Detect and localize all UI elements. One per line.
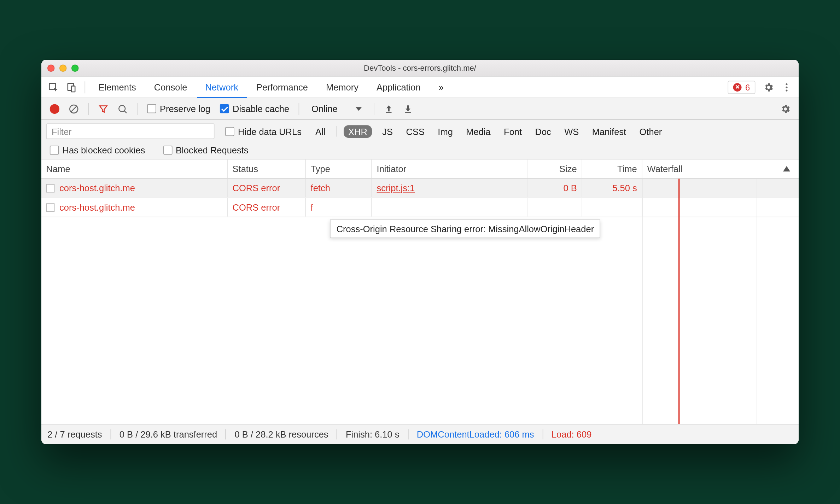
request-status: CORS error: [228, 179, 306, 198]
network-settings-icon[interactable]: [777, 100, 794, 117]
filter-type-doc[interactable]: Doc: [532, 125, 554, 137]
status-requests: 2 / 7 requests: [47, 429, 111, 440]
error-count: 6: [745, 82, 750, 92]
filter-icon[interactable]: [95, 100, 112, 117]
tab-performance[interactable]: Performance: [248, 76, 316, 98]
device-toggle-icon[interactable]: [63, 79, 80, 96]
download-har-icon[interactable]: [399, 100, 416, 117]
hide-data-urls-checkbox[interactable]: Hide data URLs: [222, 126, 305, 136]
filter-type-img[interactable]: Img: [435, 125, 456, 137]
disable-cache-checkbox[interactable]: Disable cache: [216, 104, 293, 114]
table-row[interactable]: cors-host.glitch.me CORS error fetch scr…: [41, 179, 799, 198]
svg-point-5: [786, 89, 787, 91]
col-header-type[interactable]: Type: [306, 159, 372, 178]
main-tabs: Elements Console Network Performance Mem…: [41, 77, 799, 98]
request-type: fetch: [306, 179, 372, 198]
network-table: Name Status Type Initiator Size Time Wat…: [41, 159, 799, 424]
throttling-select[interactable]: Online: [305, 104, 368, 114]
svg-line-7: [71, 106, 77, 112]
upload-har-icon[interactable]: [380, 100, 397, 117]
filter-type-manifest[interactable]: Manifest: [589, 125, 629, 137]
tab-application[interactable]: Application: [368, 76, 429, 98]
svg-point-8: [119, 105, 125, 111]
col-header-waterfall[interactable]: Waterfall: [642, 159, 799, 178]
filter-type-font[interactable]: Font: [501, 125, 525, 137]
status-resources: 0 B / 28.2 kB resources: [226, 429, 337, 440]
window-controls: [41, 64, 78, 71]
tab-elements[interactable]: Elements: [90, 76, 145, 98]
tabs-overflow[interactable]: »: [430, 76, 452, 98]
minimize-window-button[interactable]: [59, 64, 66, 71]
svg-line-9: [124, 111, 127, 113]
separator: [84, 81, 85, 93]
request-type: f: [306, 198, 372, 217]
kebab-menu-icon[interactable]: [778, 79, 795, 96]
tab-network[interactable]: Network: [197, 76, 247, 98]
status-load: Load: 609: [543, 429, 600, 440]
close-window-button[interactable]: [47, 64, 54, 71]
status-tooltip: Cross-Origin Resource Sharing error: Mis…: [330, 219, 601, 238]
row-checkbox[interactable]: [46, 203, 55, 211]
preserve-log-checkbox[interactable]: Preserve log: [144, 104, 214, 114]
status-domcontentloaded: DOMContentLoaded: 606 ms: [408, 429, 543, 440]
clear-icon[interactable]: [65, 100, 82, 117]
request-time: 5.50 s: [582, 179, 642, 198]
table-body: cors-host.glitch.me CORS error fetch scr…: [41, 179, 799, 424]
tab-console[interactable]: Console: [146, 76, 196, 98]
filter-type-all[interactable]: All: [313, 125, 328, 137]
status-transferred: 0 B / 29.6 kB transferred: [111, 429, 226, 440]
tab-memory[interactable]: Memory: [317, 76, 367, 98]
filter-type-other[interactable]: Other: [636, 125, 665, 137]
filter-type-media[interactable]: Media: [463, 125, 494, 137]
svg-point-4: [786, 86, 787, 88]
filter-type-xhr[interactable]: XHR: [343, 125, 372, 137]
inspect-element-icon[interactable]: [45, 79, 62, 96]
request-size: 0 B: [528, 179, 582, 198]
titlebar: DevTools - cors-errors.glitch.me/: [41, 60, 799, 77]
col-header-size[interactable]: Size: [528, 159, 582, 178]
filter-bar: Filter Hide data URLs All XHR JS CSS Img…: [41, 120, 799, 159]
svg-rect-2: [71, 86, 75, 92]
window-title: DevTools - cors-errors.glitch.me/: [41, 63, 799, 72]
chevron-down-icon: [356, 107, 362, 110]
devtools-window: DevTools - cors-errors.glitch.me/ Elemen…: [41, 60, 799, 444]
filter-type-css[interactable]: CSS: [403, 125, 427, 137]
filter-type-ws[interactable]: WS: [561, 125, 582, 137]
table-row[interactable]: cors-host.glitch.me CORS error f: [41, 198, 799, 217]
error-count-badge[interactable]: ✕ 6: [728, 81, 756, 94]
error-icon: ✕: [733, 83, 742, 91]
col-header-time[interactable]: Time: [582, 159, 642, 178]
waterfall-cell: [642, 179, 799, 198]
filter-input[interactable]: Filter: [46, 123, 215, 139]
row-checkbox[interactable]: [46, 184, 55, 192]
status-finish: Finish: 6.10 s: [337, 429, 408, 440]
initiator-link[interactable]: script.js:1: [377, 183, 415, 193]
record-button[interactable]: [46, 100, 63, 117]
maximize-window-button[interactable]: [71, 64, 78, 71]
svg-point-3: [786, 83, 787, 85]
col-header-status[interactable]: Status: [228, 159, 306, 178]
status-bar: 2 / 7 requests 0 B / 29.6 kB transferred…: [41, 424, 799, 444]
filter-type-js[interactable]: JS: [379, 125, 396, 137]
svg-rect-11: [405, 112, 411, 113]
sort-ascending-icon: [783, 166, 790, 171]
table-header: Name Status Type Initiator Size Time Wat…: [41, 159, 799, 178]
has-blocked-cookies-checkbox[interactable]: Has blocked cookies: [46, 145, 149, 155]
blocked-requests-checkbox[interactable]: Blocked Requests: [159, 145, 252, 155]
request-name: cors-host.glitch.me: [59, 183, 135, 193]
network-toolbar: Preserve log Disable cache Online: [41, 98, 799, 120]
col-header-initiator[interactable]: Initiator: [372, 159, 528, 178]
svg-rect-10: [386, 112, 391, 113]
settings-icon[interactable]: [760, 79, 777, 96]
request-status: CORS error: [228, 198, 306, 217]
search-icon[interactable]: [114, 100, 131, 117]
col-header-name[interactable]: Name: [41, 159, 228, 178]
request-name: cors-host.glitch.me: [59, 202, 135, 212]
